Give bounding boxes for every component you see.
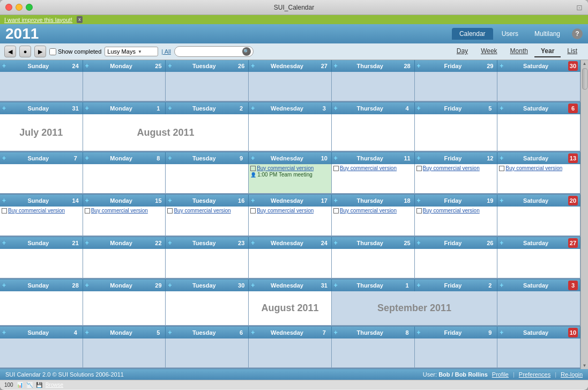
add-sat-5[interactable]: + [500, 239, 503, 247]
profile-link[interactable]: Profile [492, 371, 509, 378]
add-fri-7[interactable]: + [417, 329, 421, 336]
preferences-link[interactable]: Preferences [519, 371, 550, 378]
add-sun-6[interactable]: + [2, 282, 6, 289]
tab-users[interactable]: Users [494, 28, 526, 40]
event-checkbox-17[interactable] [250, 208, 256, 214]
scrollbar[interactable]: ▲ ▼ [580, 60, 588, 369]
add-sun-2[interactable]: + [2, 105, 6, 112]
add-fri-2[interactable]: + [417, 105, 421, 112]
add-sun-5[interactable]: + [2, 239, 6, 247]
add-wed-2[interactable]: + [251, 105, 255, 112]
add-sat-4[interactable]: + [500, 197, 503, 204]
event-checkbox-12[interactable] [416, 166, 422, 171]
add-mon-6[interactable]: + [85, 282, 89, 289]
event-checkbox-13[interactable] [499, 166, 504, 171]
add-tue-5[interactable]: + [168, 239, 172, 247]
show-completed-checkbox[interactable] [49, 48, 56, 55]
prev-button[interactable]: ◀ [4, 46, 16, 57]
view-month[interactable]: Month [504, 46, 534, 57]
add-sun-4[interactable]: + [2, 197, 6, 204]
add-thu-7[interactable]: + [334, 329, 338, 336]
event-buy-text-11[interactable]: Buy commercial version [340, 165, 397, 171]
add-fri-4[interactable]: + [417, 197, 421, 204]
home-button[interactable]: ● [19, 46, 31, 57]
add-thu-4[interactable]: + [334, 197, 338, 204]
add-wed-5[interactable]: + [251, 239, 255, 247]
event-checkbox-14[interactable] [2, 208, 7, 214]
add-mon-7[interactable]: + [85, 329, 89, 336]
scroll-up[interactable]: ▲ [583, 61, 587, 66]
add-tue-6[interactable]: + [168, 282, 172, 289]
event-buy-text-18[interactable]: Buy commercial version [340, 208, 397, 214]
user-dropdown[interactable]: Lusy Mays ▼ [105, 47, 158, 56]
event-buy-text-10[interactable]: Buy commercial version [257, 165, 314, 171]
add-sat-7[interactable]: + [500, 329, 503, 336]
view-week[interactable]: Week [474, 46, 503, 57]
banner-link[interactable]: I want improve this layout! [4, 17, 72, 23]
browse-link[interactable]: Browse [46, 382, 63, 388]
add-wed-7[interactable]: + [251, 329, 255, 336]
add-sun-1[interactable]: + [2, 62, 6, 70]
add-sun-7[interactable]: + [2, 329, 6, 336]
add-sat-6[interactable]: + [500, 282, 503, 289]
add-thu-1[interactable]: + [334, 62, 338, 70]
add-mon-5[interactable]: + [85, 239, 89, 247]
event-checkbox-10[interactable] [250, 166, 256, 171]
event-checkbox-19[interactable] [416, 208, 422, 214]
help-button[interactable]: ? [572, 28, 583, 39]
event-buy-text-12[interactable]: Buy commercial version [423, 165, 480, 171]
event-buy-text-13[interactable]: Buy commercial version [505, 165, 562, 171]
add-fri-1[interactable]: + [417, 62, 421, 70]
add-wed-1[interactable]: + [251, 62, 255, 70]
event-buy-text-19[interactable]: Buy commercial version [423, 208, 480, 214]
tab-multilang[interactable]: Multilang [527, 28, 568, 40]
add-sat-3[interactable]: + [500, 154, 503, 162]
event-buy-text-16[interactable]: Buy commercial version [174, 208, 230, 214]
next-button[interactable]: ▶ [34, 46, 46, 57]
add-mon-2[interactable]: + [85, 105, 89, 112]
event-buy-text-17[interactable]: Buy commercial version [257, 208, 314, 214]
resize-control[interactable]: ⊡ [576, 3, 583, 12]
add-mon-3[interactable]: + [85, 154, 89, 162]
event-checkbox-15[interactable] [85, 208, 90, 214]
add-wed-6[interactable]: + [251, 282, 255, 289]
add-tue-1[interactable]: + [168, 62, 172, 70]
add-sat-1[interactable]: + [500, 62, 503, 70]
search-input[interactable] [177, 48, 241, 55]
add-fri-6[interactable]: + [417, 282, 421, 289]
event-checkbox-16[interactable] [167, 208, 173, 214]
scrollbar-thumb[interactable] [582, 68, 587, 90]
all-link[interactable]: | All [161, 48, 171, 55]
tab-calendar[interactable]: Calendar [452, 28, 493, 40]
add-fri-5[interactable]: + [417, 239, 421, 247]
event-buy-text-14[interactable]: Buy commercial version [8, 208, 65, 214]
add-tue-3[interactable]: + [168, 154, 172, 162]
add-tue-7[interactable]: + [168, 329, 172, 336]
add-tue-4[interactable]: + [168, 197, 172, 204]
search-button[interactable]: 🔍 [242, 47, 251, 56]
add-thu-2[interactable]: + [334, 105, 338, 112]
event-checkbox-11[interactable] [333, 166, 339, 171]
add-thu-6[interactable]: + [334, 282, 338, 289]
add-wed-3[interactable]: + [251, 154, 255, 162]
view-list[interactable]: List [561, 46, 584, 57]
banner-close-button[interactable]: x [77, 16, 83, 23]
event-checkbox-18[interactable] [333, 208, 339, 214]
scroll-down[interactable]: ▼ [583, 363, 587, 368]
add-wed-4[interactable]: + [251, 197, 255, 204]
add-mon-4[interactable]: + [85, 197, 89, 204]
add-mon-1[interactable]: + [85, 62, 89, 70]
add-sun-3[interactable]: + [2, 154, 6, 162]
event-meeting-text-10[interactable]: 1:00 PM Team meeting [257, 172, 312, 178]
add-tue-2[interactable]: + [168, 105, 172, 112]
relogin-link[interactable]: Re-login [561, 371, 583, 378]
minimize-button[interactable] [16, 4, 23, 11]
view-year[interactable]: Year [534, 46, 561, 57]
view-day[interactable]: Day [450, 46, 474, 57]
add-fri-3[interactable]: + [417, 154, 421, 162]
add-thu-3[interactable]: + [334, 154, 338, 162]
close-button[interactable] [5, 4, 12, 11]
add-sat-2[interactable]: + [500, 105, 503, 112]
add-thu-5[interactable]: + [334, 239, 338, 247]
maximize-button[interactable] [26, 4, 33, 11]
